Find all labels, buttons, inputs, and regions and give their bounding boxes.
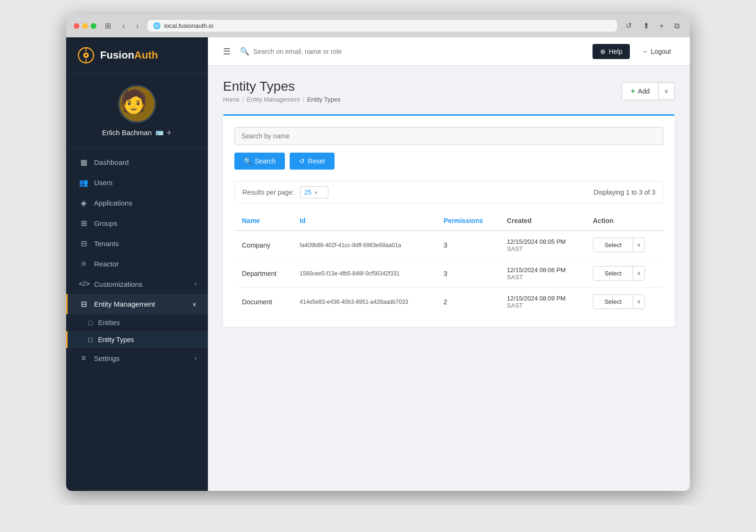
profile-navigate-icon[interactable]: ✈ <box>166 129 172 137</box>
breadcrumb-sep-1: / <box>242 96 244 103</box>
sidebar-item-entity-types[interactable]: □ Entity Types <box>66 331 208 348</box>
sidebar-item-entity-management[interactable]: ⊟ Entity Management ∨ <box>66 294 208 314</box>
page-title-area: Entity Types Home / Entity Management / … <box>223 79 341 103</box>
select-dropdown-button[interactable]: ∨ <box>633 267 644 280</box>
cell-id: 414e5e83-e436-40b3-8951-a428aadb7033 <box>292 288 436 316</box>
sidebar-item-settings[interactable]: ≡ Settings ‹ <box>66 348 208 368</box>
select-dropdown-button[interactable]: ∨ <box>633 295 644 308</box>
per-page-label: Results per page: <box>242 189 294 196</box>
topbar: ☰ 🔍 ⊕ Help → Logout <box>208 37 690 66</box>
profile-action-icons: 🪪 ✈ <box>155 129 172 137</box>
help-button[interactable]: ⊕ Help <box>593 44 630 59</box>
sidebar-item-label: Reactor <box>94 260 119 268</box>
cell-id: 1560cee5-f13e-4fb5-849f-0cf56342f331 <box>292 259 436 288</box>
cell-name: Department <box>234 259 292 288</box>
maximize-dot[interactable] <box>91 23 96 29</box>
breadcrumb-home[interactable]: Home <box>223 96 240 103</box>
sidebar-item-dashboard[interactable]: ▦ Dashboard <box>66 152 208 172</box>
reset-button[interactable]: ↺ Reset <box>290 153 335 170</box>
users-icon: 👥 <box>79 178 88 187</box>
column-header-permissions: Permissions <box>436 211 499 231</box>
select-dropdown-button[interactable]: ∨ <box>633 239 644 251</box>
results-bar: Results per page: 25 ∨ Displaying 1 to 3… <box>234 181 663 204</box>
search-btn-label: Search <box>255 157 275 165</box>
cell-name: Company <box>234 231 292 259</box>
minimize-dot[interactable] <box>82 23 88 29</box>
tenants-icon: ⊟ <box>79 239 88 248</box>
sidebar-item-users[interactable]: 👥 Users <box>66 172 208 193</box>
logo-text: FusionAuth <box>100 49 158 61</box>
sidebar: FusionAuth 🧑 Erlich Bachman 🪪 ✈ ▦ <box>66 37 208 491</box>
sidebar-item-label: Applications <box>94 199 132 207</box>
add-button-group: + Add ∨ <box>622 82 675 100</box>
search-button[interactable]: 🔍 Search <box>234 153 285 170</box>
avatar-face: 🧑 <box>120 90 155 113</box>
cell-name: Document <box>234 288 292 316</box>
profile-name-text: Erlich Bachman <box>102 129 152 137</box>
select-button[interactable]: Select <box>593 266 633 280</box>
cell-created: 12/15/2024 08:06 PMSAST <box>499 259 585 288</box>
reset-btn-icon: ↺ <box>299 157 305 165</box>
main-card: 🔍 Search ↺ Reset Results per page: <box>223 114 675 327</box>
sidebar-item-customizations[interactable]: </> Customizations ‹ <box>66 274 208 294</box>
column-header-id: Id <box>292 211 436 231</box>
profile-id-icon[interactable]: 🪪 <box>155 129 163 137</box>
help-icon: ⊕ <box>600 48 606 55</box>
customizations-chevron-icon: ‹ <box>195 281 197 287</box>
sidebar-item-entities[interactable]: □ Entities <box>66 314 208 331</box>
name-search-input[interactable] <box>234 127 663 145</box>
sidebar-item-reactor[interactable]: ⚛ Reactor <box>66 254 208 274</box>
address-bar[interactable]: 🌐 local.fusionauth.io <box>147 20 617 32</box>
sidebar-item-label: Entity Management <box>94 300 155 308</box>
settings-chevron-icon: ‹ <box>195 355 197 361</box>
menu-toggle-button[interactable]: ☰ <box>219 44 234 59</box>
sidebar-item-label: Tenants <box>94 240 119 248</box>
sidebar-item-label: Settings <box>94 354 120 362</box>
select-button-group: Select ∨ <box>593 238 645 252</box>
breadcrumb-parent[interactable]: Entity Management <box>247 96 300 103</box>
sidebar-item-applications[interactable]: ◈ Applications <box>66 193 208 213</box>
table-header-row: Name Id Permissions Created Action <box>234 211 663 231</box>
logout-button[interactable]: → Logout <box>634 44 679 59</box>
settings-icon: ≡ <box>79 354 88 362</box>
sidebar-item-groups[interactable]: ⊞ Groups <box>66 213 208 233</box>
cell-action: Select ∨ <box>585 288 663 316</box>
back-button[interactable]: ‹ <box>120 21 128 31</box>
sidebar-item-label: Customizations <box>94 280 143 288</box>
search-area: 🔍 <box>240 47 587 56</box>
breadcrumb-current: Entity Types <box>307 96 341 103</box>
logout-label: Logout <box>651 48 671 55</box>
add-dropdown-button[interactable]: ∨ <box>659 84 674 99</box>
cell-permissions: 2 <box>436 288 499 316</box>
sidebar-sub-item-label: Entity Types <box>98 336 134 343</box>
help-label: Help <box>609 48 622 55</box>
applications-icon: ◈ <box>79 198 88 207</box>
user-profile: 🧑 Erlich Bachman 🪪 ✈ <box>66 74 208 148</box>
sidebar-item-tenants[interactable]: ⊟ Tenants <box>66 233 208 254</box>
breadcrumb-sep-2: / <box>302 96 304 103</box>
column-header-created: Created <box>499 211 585 231</box>
sidebar-item-label: Groups <box>94 219 117 227</box>
add-button-label: Add <box>638 87 650 95</box>
per-page-chevron-icon: ∨ <box>314 190 318 195</box>
add-button[interactable]: + Add <box>622 83 659 100</box>
new-tab-icon[interactable]: + <box>657 20 667 31</box>
sidebar-toggle-icon[interactable]: ⊞ <box>102 20 114 31</box>
share-icon[interactable]: ⬆ <box>640 20 652 31</box>
cell-action: Select ∨ <box>585 231 663 259</box>
per-page-select[interactable]: 25 ∨ <box>300 186 328 198</box>
breadcrumb: Home / Entity Management / Entity Types <box>223 96 341 103</box>
dashboard-icon: ▦ <box>79 158 88 167</box>
browser-dots <box>74 23 96 29</box>
cell-permissions: 3 <box>436 231 499 259</box>
form-actions: 🔍 Search ↺ Reset <box>234 153 663 170</box>
cell-permissions: 3 <box>436 259 499 288</box>
forward-button[interactable]: › <box>133 21 141 31</box>
reload-button[interactable]: ↺ <box>623 20 635 31</box>
close-dot[interactable] <box>74 23 79 29</box>
select-button[interactable]: Select <box>593 238 633 252</box>
select-button[interactable]: Select <box>593 295 633 309</box>
search-input[interactable] <box>253 48 587 55</box>
tabs-icon[interactable]: ⧉ <box>671 20 682 31</box>
table-row: Document 414e5e83-e436-40b3-8951-a428aad… <box>234 288 663 316</box>
